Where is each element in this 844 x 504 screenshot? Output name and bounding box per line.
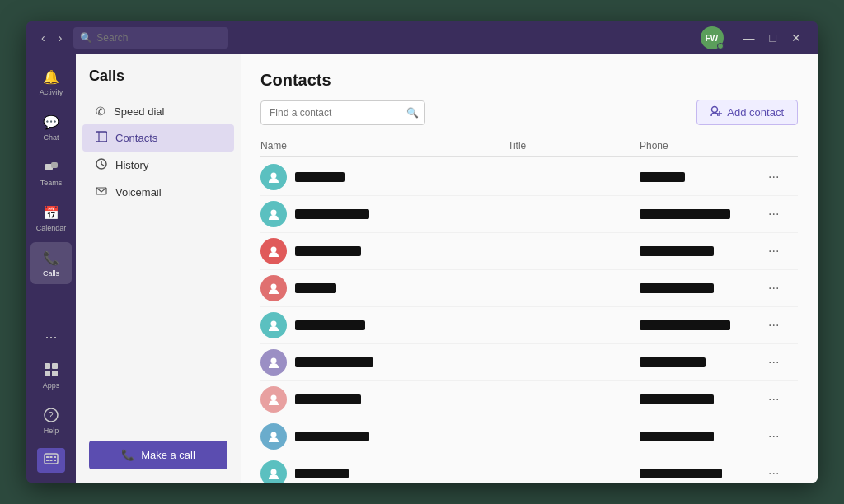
- keyboard-shortcut-btn[interactable]: [37, 448, 65, 473]
- contact-phone-cell: [640, 469, 765, 478]
- svg-point-28: [271, 395, 277, 401]
- actions-cell: ···: [765, 463, 798, 483]
- sidebar-item-label: Calendar: [36, 224, 67, 232]
- table-header: Name Title Phone: [260, 135, 798, 157]
- voicemail-icon: [96, 185, 107, 199]
- minimize-button[interactable]: —: [737, 30, 762, 46]
- nav-item-voicemail[interactable]: Voicemail: [82, 179, 234, 206]
- svg-point-25: [271, 284, 277, 290]
- more-options-button[interactable]: ···: [765, 203, 782, 225]
- avatar-button[interactable]: FW: [701, 26, 724, 49]
- avatar: [260, 349, 287, 376]
- add-contact-button[interactable]: Add contact: [696, 100, 798, 125]
- more-options-button[interactable]: ···: [765, 426, 782, 447]
- svg-point-19: [712, 107, 718, 113]
- find-contact-input[interactable]: [260, 100, 425, 125]
- svg-point-22: [271, 173, 277, 179]
- contact-name-cell: [260, 349, 508, 376]
- more-options-button[interactable]: ···: [765, 352, 782, 373]
- table-row: ···: [260, 418, 798, 455]
- contact-phone-cell: [640, 357, 765, 367]
- contact-name-redacted: [295, 283, 336, 293]
- more-options-button[interactable]: ···: [765, 389, 782, 410]
- actions-cell: ···: [765, 203, 798, 225]
- contact-name-cell: [260, 460, 508, 483]
- actions-cell: ···: [765, 240, 798, 262]
- more-apps-button[interactable]: ···: [40, 324, 62, 351]
- more-options-button[interactable]: ···: [765, 463, 782, 483]
- maximize-button[interactable]: □: [763, 30, 783, 46]
- contact-name-redacted: [295, 320, 365, 330]
- table-row: ···: [260, 270, 798, 307]
- more-options-button[interactable]: ···: [765, 240, 782, 262]
- actions-cell: ···: [765, 166, 798, 188]
- sidebar-item-apps[interactable]: Apps: [30, 354, 72, 396]
- calendar-icon: 📅: [42, 203, 60, 222]
- svg-point-24: [271, 247, 277, 253]
- svg-rect-12: [46, 460, 49, 461]
- header-title: Title: [508, 140, 640, 152]
- chat-icon: 💬: [42, 113, 60, 131]
- app-window: ‹ › 🔍 FW — □ ✕ 🔔 Activity 💬 Chat: [26, 21, 818, 483]
- svg-point-30: [271, 469, 277, 475]
- sidebar-item-help[interactable]: ? Help: [30, 399, 72, 441]
- contact-name-cell: [260, 238, 508, 264]
- nav-item-contacts[interactable]: Contacts: [82, 124, 234, 152]
- more-options-button[interactable]: ···: [765, 166, 782, 188]
- header-actions: [765, 140, 798, 152]
- avatar: [260, 201, 287, 227]
- sidebar-item-calls[interactable]: 📞 Calls: [30, 242, 72, 284]
- find-contact-wrapper: 🔍: [260, 100, 425, 125]
- avatar: [260, 423, 287, 450]
- contact-name-redacted: [295, 432, 369, 441]
- contact-name-cell: [260, 423, 508, 450]
- more-options-button[interactable]: ···: [765, 315, 782, 336]
- avatar: [260, 386, 287, 413]
- table-row: ···: [260, 455, 798, 483]
- back-button[interactable]: ‹: [36, 30, 50, 46]
- main-layout: 🔔 Activity 💬 Chat Teams 📅 Calendar: [26, 54, 818, 483]
- sidebar-item-calendar[interactable]: 📅 Calendar: [30, 197, 72, 239]
- close-button[interactable]: ✕: [785, 30, 808, 46]
- nav-item-speed-dial[interactable]: ✆ Speed dial: [82, 98, 234, 124]
- contact-phone-cell: [640, 432, 765, 441]
- add-contact-icon: [710, 105, 722, 119]
- teams-icon: [42, 158, 60, 176]
- svg-rect-14: [54, 460, 56, 461]
- contacts-table: Name Title Phone: [241, 135, 818, 483]
- more-options-button[interactable]: ···: [765, 278, 782, 299]
- sidebar-item-activity[interactable]: 🔔 Activity: [30, 61, 72, 103]
- nav-item-history[interactable]: History: [82, 152, 234, 179]
- actions-cell: ···: [765, 426, 798, 447]
- svg-rect-8: [45, 454, 58, 464]
- page-title: Contacts: [260, 71, 331, 90]
- left-nav: Calls ✆ Speed dial Contacts: [76, 54, 241, 483]
- sidebar-item-teams[interactable]: Teams: [30, 152, 72, 194]
- nav-arrows: ‹ ›: [36, 30, 67, 46]
- contact-name-redacted: [295, 469, 349, 478]
- status-dot: [717, 43, 724, 49]
- svg-rect-13: [50, 460, 53, 461]
- sidebar-item-chat[interactable]: 💬 Chat: [30, 106, 72, 148]
- contact-phone-cell: [640, 283, 765, 293]
- svg-rect-3: [52, 363, 58, 369]
- svg-rect-9: [46, 456, 49, 458]
- table-row: ···: [260, 344, 798, 381]
- contact-name-redacted: [295, 394, 361, 404]
- toolbar-row: 🔍 Add contact: [241, 100, 818, 135]
- svg-rect-4: [45, 371, 50, 376]
- svg-point-29: [271, 432, 277, 438]
- contact-phone-cell: [640, 394, 765, 404]
- speed-dial-icon: ✆: [96, 105, 106, 118]
- global-search-input[interactable]: [73, 27, 228, 49]
- avatar: [260, 164, 287, 190]
- forward-button[interactable]: ›: [54, 30, 68, 46]
- phone-icon: 📞: [121, 449, 134, 461]
- actions-cell: ···: [765, 315, 798, 336]
- contacts-icon: [96, 131, 107, 145]
- content-header: Contacts: [241, 54, 818, 100]
- make-call-button[interactable]: 📞 Make a call: [89, 441, 227, 469]
- contact-name-cell: [260, 164, 508, 190]
- actions-cell: ···: [765, 352, 798, 373]
- sidebar-item-label: Calls: [43, 269, 59, 278]
